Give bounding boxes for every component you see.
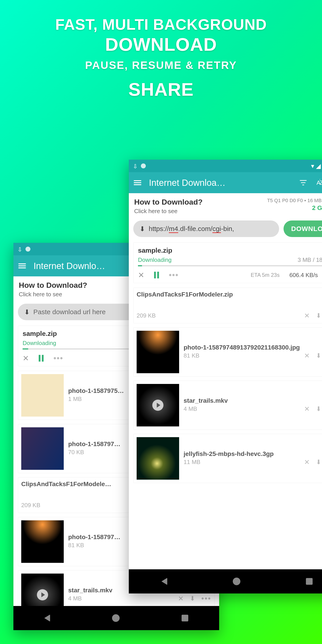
info-sub: Click here to see (19, 291, 87, 298)
filter-icon[interactable] (298, 180, 308, 185)
state-label: Downloading (22, 340, 56, 346)
info-row[interactable]: How to Download? Click here to see T5 Q1… (133, 193, 322, 216)
thumbnail (21, 374, 64, 416)
speed: 606.4 KB/s (289, 272, 318, 278)
more-icon[interactable]: ••• (201, 594, 211, 603)
download-icon[interactable]: ⬇ (316, 312, 321, 319)
file-state: Downloading 3 MB / 189 MB (138, 256, 322, 264)
file-size: 81 KB (68, 542, 84, 549)
queue-stats: T5 Q1 P0 D0 F0 • 16 MB / 16 MB (267, 198, 322, 204)
url-text: https://m4.dl-file.com/cgi-bin, (149, 225, 234, 232)
app-title: Internet Downloa… (149, 178, 292, 188)
nav-home-icon[interactable] (233, 578, 240, 585)
status-bar: ⇩ ▾ ◢ ▮ 3:24 (129, 160, 322, 172)
wifi-icon: ▾ (311, 162, 314, 170)
nav-home-icon[interactable] (112, 614, 120, 622)
file-size: 11 MB (184, 459, 200, 466)
thumbnail (137, 384, 179, 426)
active-download-card[interactable]: sample.zip Downloading 3 MB / 189 MB ✕ •… (133, 242, 322, 283)
signal-icon: ◢ (316, 162, 321, 170)
file-name: star_trails.mkv (184, 397, 322, 404)
nav-recent-icon[interactable] (182, 615, 188, 622)
list-item[interactable]: ClipsAndTacksF1ForModeler.zip209 KB✕⬇••• (133, 288, 322, 323)
pause-icon[interactable] (154, 272, 159, 278)
size-label: 3 MB / 189 MB (298, 256, 322, 264)
url-row: ⬇ https://m4.dl-file.com/cgi-bin, DOWNLO… (133, 220, 322, 237)
phone-front: ⇩ ▾ ◢ ▮ 3:24 Internet Downloa… A↕Z How t… (129, 160, 322, 594)
sort-az-icon[interactable]: A↕Z (314, 179, 322, 186)
file-size: 81 KB (184, 352, 200, 359)
file-size: 209 KB (137, 312, 156, 319)
cancel-icon[interactable]: ✕ (138, 270, 144, 280)
file-name: ClipsAndTacksF1ForModeler.zip (137, 291, 322, 298)
list-item[interactable]: photo-1-15879748913792021168300.jpg81 KB… (133, 327, 322, 376)
hero-line1: FAST, MULTI BACKGROUND (0, 16, 322, 33)
cancel-icon[interactable]: ✕ (304, 458, 310, 466)
download-icon: ⬇ (24, 308, 30, 316)
status-orb-icon (26, 247, 30, 252)
eta: ETA 5m 23s (251, 272, 280, 278)
menu-icon[interactable] (134, 180, 141, 185)
cancel-icon[interactable]: ✕ (304, 352, 310, 360)
download-icon: ⬇ (140, 225, 145, 233)
thumbnail (21, 520, 64, 563)
download-icon[interactable]: ⬇ (316, 405, 321, 412)
nav-recent-icon[interactable] (306, 578, 312, 585)
more-icon[interactable]: ••• (169, 270, 179, 280)
content: How to Download? Click here to see T5 Q1… (129, 193, 322, 569)
file-name: photo-1-15879748913792021168300.jpg (184, 344, 322, 351)
android-navbar (129, 569, 322, 594)
pause-icon[interactable] (39, 355, 44, 362)
free-space: 2 GB free (267, 204, 322, 212)
cancel-icon[interactable]: ✕ (304, 405, 310, 413)
thumbnail (21, 427, 64, 470)
download-arrow-icon: ⇩ (133, 163, 138, 170)
app-bar: Internet Downloa… A↕Z (129, 172, 322, 193)
download-button[interactable]: DOWNLOAD (284, 220, 322, 237)
info-sub: Click here to see (134, 208, 202, 215)
thumbnail (137, 331, 179, 373)
state-label: Downloading (138, 256, 172, 264)
list-item[interactable]: jellyfish-25-mbps-hd-hevc.3gp11 MB✕⬇••• (133, 434, 322, 483)
menu-icon[interactable] (18, 264, 26, 268)
file-size: 4 MB (68, 595, 82, 602)
progress-bar (138, 265, 322, 266)
cancel-icon[interactable]: ✕ (304, 312, 310, 320)
download-icon[interactable]: ⬇ (316, 458, 321, 466)
cancel-icon[interactable]: ✕ (22, 354, 29, 363)
status-orb-icon (141, 164, 146, 168)
android-navbar (14, 606, 219, 630)
list-item[interactable]: star_trails.mkv4 MB✕⬇••• (133, 380, 322, 430)
hero-line3: PAUSE, RESUME & RETRY (0, 59, 322, 71)
cancel-icon[interactable]: ✕ (178, 594, 184, 602)
info-title: How to Download? (134, 198, 202, 206)
info-title: How to Download? (19, 281, 87, 290)
more-icon[interactable]: ••• (54, 354, 63, 363)
thumbnail (21, 574, 64, 606)
nav-back-icon[interactable] (162, 578, 167, 585)
url-input[interactable]: ⬇ https://m4.dl-file.com/cgi-bin, (133, 220, 279, 237)
url-placeholder: Paste download url here (33, 308, 106, 316)
hero-line2: DOWNLOAD (0, 34, 322, 55)
thumbnail (137, 437, 179, 480)
hero: FAST, MULTI BACKGROUND DOWNLOAD PAUSE, R… (0, 0, 322, 100)
file-size: 4 MB (184, 406, 197, 412)
file-size: 70 KB (68, 449, 84, 456)
file-name: sample.zip (138, 247, 322, 254)
file-size: 1 MB (68, 396, 82, 402)
file-name: jellyfish-25-mbps-hd-hevc.3gp (184, 450, 322, 458)
file-size: 209 KB (21, 502, 40, 509)
download-icon[interactable]: ⬇ (316, 352, 321, 359)
hero-line4: SHARE (0, 79, 322, 100)
download-icon[interactable]: ⬇ (190, 595, 195, 602)
nav-back-icon[interactable] (44, 614, 50, 622)
download-arrow-icon: ⇩ (18, 246, 22, 253)
